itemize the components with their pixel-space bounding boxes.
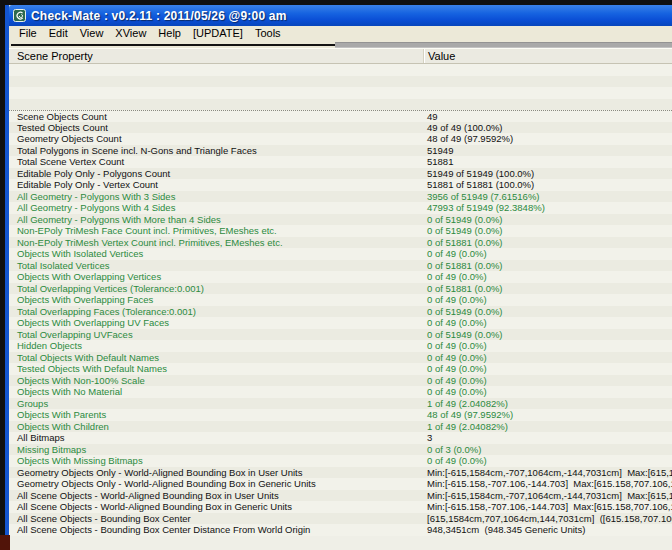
table-row[interactable]: Total Isolated Vertices0 of 51881 (0.0%) xyxy=(9,260,672,272)
property-cell: Total Overlapping UVFaces xyxy=(9,329,423,341)
property-cell: Total Polygons in Scene incl. N-Gons and… xyxy=(9,145,423,157)
progress-strip xyxy=(9,41,672,48)
menu-item-update[interactable]: [UPDATE] xyxy=(187,26,249,41)
table-row[interactable]: Geometry Objects Only - World-Aligned Bo… xyxy=(9,467,672,479)
table-row[interactable]: All Bitmaps3 xyxy=(9,432,672,444)
property-cell: All Scene Objects - Bounding Box Center xyxy=(9,513,423,525)
table-row[interactable]: Total Objects With Default Names0 of 49 … xyxy=(9,352,672,364)
value-cell: Min:[-615,1584cm,-707,1064cm,-144,7031cm… xyxy=(423,490,672,502)
property-cell xyxy=(9,87,423,99)
property-cell: Editable Poly Only - Vertex Count xyxy=(9,179,423,191)
menu-item-edit[interactable]: Edit xyxy=(43,26,74,41)
menu-item-help[interactable]: Help xyxy=(152,26,187,41)
table-row[interactable]: Editable Poly Only - Polygons Count51949… xyxy=(9,168,672,180)
table-row[interactable]: All Scene Objects - World-Aligned Boundi… xyxy=(9,490,672,502)
property-cell: Objects With Non-100% Scale xyxy=(9,375,423,387)
table-row[interactable]: Objects With Overlapping UV Faces0 of 49… xyxy=(9,317,672,329)
value-cell: 3 xyxy=(423,432,672,444)
table-row[interactable]: Total Overlapping Faces (Tolerance:0.001… xyxy=(9,306,672,318)
table-row-empty xyxy=(9,87,672,99)
property-cell: Objects With Overlapping Vertices xyxy=(9,271,423,283)
value-cell: 1 of 49 (2.04082%) xyxy=(423,398,672,410)
table-row[interactable]: All Scene Objects - Bounding Box Center … xyxy=(9,524,672,536)
value-cell: 0 of 51881 (0.0%) xyxy=(423,283,672,295)
menu-item-file[interactable]: File xyxy=(13,26,43,41)
table-row[interactable]: All Geometry - Polygons With More than 4… xyxy=(9,214,672,226)
property-cell: All Geometry - Polygons With 4 Sides xyxy=(9,202,423,214)
value-cell: 47993 of 51949 (92.3848%) xyxy=(423,202,672,214)
value-cell: 948,3451cm (948.345 Generic Units) xyxy=(423,524,672,536)
value-cell: Min:[-615,1584cm,-707,1064cm,-144,7031cm… xyxy=(423,467,672,479)
table-row[interactable]: Non-EPoly TriMesh Face Count incl. Primi… xyxy=(9,225,672,237)
property-cell: Objects With No Material xyxy=(9,386,423,398)
value-cell: 1 of 49 (2.04082%) xyxy=(423,421,672,433)
property-cell xyxy=(9,64,423,76)
table-row[interactable]: Groups1 of 49 (2.04082%) xyxy=(9,398,672,410)
table-row[interactable]: Non-EPoly TriMesh Vertex Count incl. Pri… xyxy=(9,237,672,249)
table-row[interactable]: Missing Bitmaps0 of 3 (0.0%) xyxy=(9,444,672,456)
property-cell xyxy=(9,76,423,88)
value-cell: 51881 of 51881 (100.0%) xyxy=(423,179,672,191)
table-row[interactable]: Hidden Objects0 of 49 (0.0%) xyxy=(9,340,672,352)
property-cell: Editable Poly Only - Polygons Count xyxy=(9,168,423,180)
table-row[interactable]: Total Polygons in Scene incl. N-Gons and… xyxy=(9,145,672,157)
table-row[interactable]: Tested Objects With Default Names0 of 49… xyxy=(9,363,672,375)
menu-item-tools[interactable]: Tools xyxy=(249,26,287,41)
value-cell: 0 of 49 (0.0%) xyxy=(423,375,672,387)
value-cell: 49 xyxy=(423,111,672,122)
value-cell xyxy=(423,76,672,88)
property-cell: Scene Objects Count xyxy=(9,111,423,122)
value-cell: 0 of 51881 (0.0%) xyxy=(423,237,672,249)
table-row[interactable]: Objects With Overlapping Vertices0 of 49… xyxy=(9,271,672,283)
value-cell: 0 of 49 (0.0%) xyxy=(423,455,672,467)
value-cell: 0 of 51949 (0.0%) xyxy=(423,306,672,318)
value-cell: 51949 xyxy=(423,145,672,157)
property-cell xyxy=(9,99,423,111)
screen-background: Check-Mate : v0.2.11 : 2011/05/26 @9:00 … xyxy=(0,0,672,550)
app-icon xyxy=(13,9,26,22)
property-cell: Objects With Missing Bitmaps xyxy=(9,455,423,467)
table-row[interactable]: Objects With Isolated Vertices0 of 49 (0… xyxy=(9,248,672,260)
table-row[interactable]: Tested Objects Count49 of 49 (100.0%) xyxy=(9,122,672,134)
property-cell: Missing Bitmaps xyxy=(9,444,423,456)
table-row[interactable]: Total Scene Vertex Count51881 xyxy=(9,156,672,168)
property-cell: All Scene Objects - Bounding Box Center … xyxy=(9,524,423,536)
title-bar[interactable]: Check-Mate : v0.2.11 : 2011/05/26 @9:00 … xyxy=(9,5,672,26)
value-cell: 0 of 51949 (0.0%) xyxy=(423,225,672,237)
property-cell: Groups xyxy=(9,398,423,410)
property-cell: All Bitmaps xyxy=(9,432,423,444)
value-cell: 51949 of 51949 (100.0%) xyxy=(423,168,672,180)
value-cell: 0 of 51949 (0.0%) xyxy=(423,329,672,341)
table-row[interactable]: All Geometry - Polygons With 4 Sides4799… xyxy=(9,202,672,214)
table-row[interactable]: Objects With Parents48 of 49 (97.9592%) xyxy=(9,409,672,421)
table-row[interactable]: Objects With Non-100% Scale0 of 49 (0.0%… xyxy=(9,375,672,387)
table-row[interactable]: Total Overlapping Vertices (Tolerance:0.… xyxy=(9,283,672,295)
table-row[interactable]: Geometry Objects Only - World-Aligned Bo… xyxy=(9,478,672,490)
table-row[interactable]: Objects With Children1 of 49 (2.04082%) xyxy=(9,421,672,433)
table-row[interactable]: All Scene Objects - World-Aligned Boundi… xyxy=(9,501,672,513)
column-header-scene-property[interactable]: Scene Property xyxy=(9,49,423,63)
app-window: Check-Mate : v0.2.11 : 2011/05/26 @9:00 … xyxy=(5,5,672,550)
property-list: Scene Objects Count49Tested Objects Coun… xyxy=(9,64,672,550)
table-row[interactable]: All Geometry - Polygons With 3 Sides3956… xyxy=(9,191,672,203)
property-cell: Non-EPoly TriMesh Face Count incl. Primi… xyxy=(9,225,423,237)
table-row[interactable]: Objects With No Material0 of 49 (0.0%) xyxy=(9,386,672,398)
value-cell: 48 of 49 (97.9592%) xyxy=(423,409,672,421)
property-cell: Objects With Overlapping UV Faces xyxy=(9,317,423,329)
table-row[interactable]: All Scene Objects - Bounding Box Center[… xyxy=(9,513,672,525)
table-row[interactable]: Objects With Overlapping Faces0 of 49 (0… xyxy=(9,294,672,306)
property-cell: Total Overlapping Faces (Tolerance:0.001… xyxy=(9,306,423,318)
column-header-row: Scene Property Value xyxy=(9,48,672,64)
value-cell xyxy=(423,87,672,99)
value-cell: 51881 xyxy=(423,156,672,168)
table-row[interactable]: Total Overlapping UVFaces0 of 51949 (0.0… xyxy=(9,329,672,341)
table-row[interactable]: Geometry Objects Count48 of 49 (97.9592%… xyxy=(9,133,672,145)
table-row[interactable]: Objects With Missing Bitmaps0 of 49 (0.0… xyxy=(9,455,672,467)
table-row[interactable]: Scene Objects Count49 xyxy=(9,110,672,122)
menu-item-view[interactable]: View xyxy=(74,26,110,41)
column-header-value[interactable]: Value xyxy=(423,49,672,63)
value-cell: 0 of 49 (0.0%) xyxy=(423,352,672,364)
table-row[interactable]: Editable Poly Only - Vertex Count51881 o… xyxy=(9,179,672,191)
property-cell: All Scene Objects - World-Aligned Boundi… xyxy=(9,490,423,502)
menu-item-xview[interactable]: XView xyxy=(109,26,152,41)
